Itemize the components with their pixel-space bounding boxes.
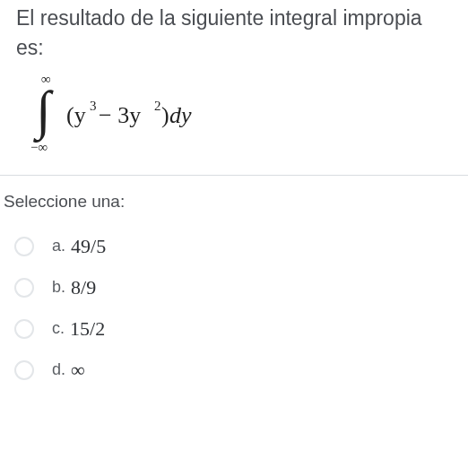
radio-icon[interactable]	[14, 278, 34, 298]
svg-text:dy: dy	[169, 102, 192, 128]
option-letter: c.	[52, 319, 65, 338]
integral-formula: ∞ −∞ ∫ (y 3 − 3y 2 ) dy	[16, 65, 198, 159]
radio-icon[interactable]	[14, 237, 34, 256]
option-value: ∞	[71, 359, 85, 382]
svg-text:): )	[161, 102, 169, 128]
question-block: El resultado de la siguiente integral im…	[0, 0, 468, 176]
question-text: El resultado de la siguiente integral im…	[16, 0, 452, 64]
svg-text:3: 3	[90, 99, 97, 113]
integral-sign: ∫	[33, 81, 54, 143]
option-d[interactable]: d. ∞	[4, 350, 464, 391]
radio-icon[interactable]	[14, 360, 34, 380]
option-c[interactable]: c. 15/2	[4, 308, 464, 350]
limit-lower: −∞	[30, 140, 48, 154]
answer-prompt: Seleccione una:	[4, 192, 464, 212]
option-value: 49/5	[71, 235, 106, 258]
option-a[interactable]: a. 49/5	[4, 226, 464, 267]
svg-text:2: 2	[154, 99, 161, 113]
option-value: 8/9	[71, 276, 96, 299]
option-b[interactable]: b. 8/9	[4, 267, 464, 308]
option-letter: b.	[52, 278, 65, 297]
radio-icon[interactable]	[14, 319, 34, 339]
option-letter: d.	[52, 360, 65, 379]
svg-text:− 3y: − 3y	[99, 102, 141, 128]
option-value: 15/2	[70, 317, 105, 341]
svg-text:(y: (y	[66, 102, 86, 128]
answer-block: Seleccione una: a. 49/5 b. 8/9 c. 15/2 d…	[0, 176, 468, 394]
option-letter: a.	[52, 237, 65, 255]
